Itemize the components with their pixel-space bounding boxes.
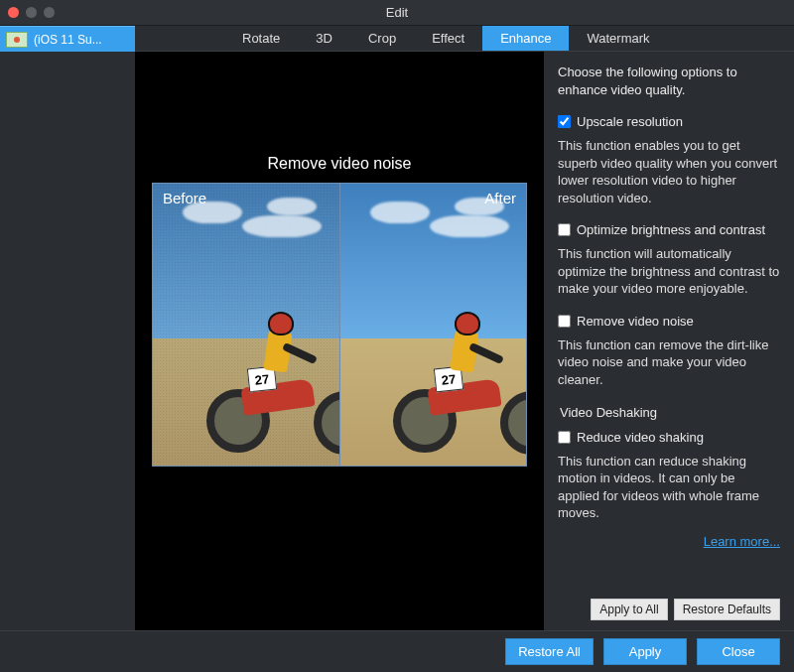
upscale-checkbox[interactable] [558,115,571,128]
brightness-desc: This function will automatically optimiz… [558,245,780,298]
after-label: After [484,190,516,206]
close-button[interactable]: Close [697,638,780,665]
noise-label: Remove video noise [577,314,694,329]
restore-all-button[interactable]: Restore All [505,638,594,665]
titlebar: Edit [0,0,794,26]
noise-checkbox[interactable] [558,315,571,328]
tab-crop[interactable]: Crop [350,26,414,51]
preview-title: Remove video noise [268,155,412,173]
window-title: Edit [0,5,794,20]
preview-before-after: 27 Before 27 Af [152,183,527,467]
apply-button[interactable]: Apply [603,638,687,665]
tab-watermark[interactable]: Watermark [569,26,667,51]
maximize-window-icon[interactable] [44,7,55,18]
upscale-label: Upscale resolution [577,114,683,129]
preview-pane: Remove video noise 27 Before [135,52,544,630]
preview-after: 27 After [340,184,527,466]
window-controls [8,7,55,18]
tab-3d[interactable]: 3D [298,26,350,51]
deshake-checkbox[interactable] [558,431,571,444]
options-intro: Choose the following options to enhance … [558,64,780,98]
tab-effect[interactable]: Effect [414,26,482,51]
option-reduce-shaking[interactable]: Reduce video shaking [558,430,780,445]
noise-desc: This function can remove the dirt-like v… [558,336,780,389]
apply-to-all-button[interactable]: Apply to All [591,599,667,620]
edit-tabs: Rotate 3D Crop Effect Enhance Watermark [135,26,794,52]
restore-defaults-button[interactable]: Restore Defaults [674,599,780,620]
close-window-icon[interactable] [8,7,19,18]
tab-rotate[interactable]: Rotate [224,26,298,51]
deshaking-section-heading: Video Deshaking [560,405,780,420]
option-brightness[interactable]: Optimize brightness and contrast [558,222,780,237]
enhance-options-pane: Choose the following options to enhance … [544,52,794,630]
svg-point-0 [14,37,20,43]
brightness-checkbox[interactable] [558,223,571,236]
footer: Restore All Apply Close [0,630,794,672]
sidebar: (iOS 11 Su... [0,26,135,630]
upscale-desc: This function enables you to get superb … [558,137,780,206]
option-remove-noise[interactable]: Remove video noise [558,314,780,329]
minimize-window-icon[interactable] [26,7,37,18]
tab-enhance[interactable]: Enhance [482,26,569,51]
brightness-label: Optimize brightness and contrast [577,222,765,237]
file-thumbnail-icon [6,32,28,48]
option-upscale[interactable]: Upscale resolution [558,114,780,129]
file-tab-label: (iOS 11 Su... [34,33,102,47]
preview-before: 27 Before [153,184,340,466]
source-file-tab[interactable]: (iOS 11 Su... [0,26,135,52]
deshake-desc: This function can reduce shaking motion … [558,453,780,522]
learn-more-link[interactable]: Learn more... [704,534,780,549]
deshake-label: Reduce video shaking [577,430,704,445]
before-label: Before [163,190,206,206]
